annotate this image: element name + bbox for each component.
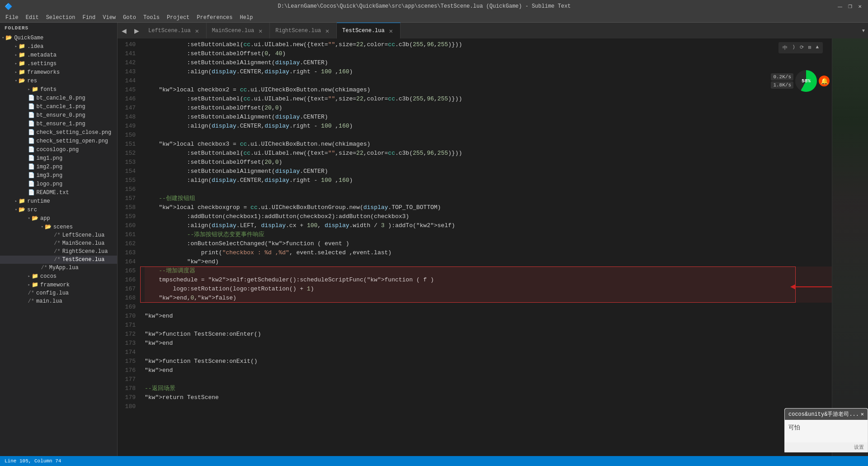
sidebar-item-img2_png[interactable]: 📄img2.png [0, 162, 117, 171]
menu-item-help[interactable]: Help [236, 14, 257, 22]
sidebar-item-readme_txt[interactable]: 📄README.txt [0, 188, 117, 197]
sidebar-item-src[interactable]: ▾📂src [0, 205, 117, 214]
line-number-177: 177 [118, 375, 136, 384]
line-number-171: 171 [118, 321, 136, 330]
code-content[interactable]: :setButtonLabel(cc.ui.UILabel.new({text=… [140, 38, 832, 456]
tab-LeftScene_lua[interactable]: LeftScene.lua✕ [143, 23, 207, 38]
code-line-168: "kw">end,0,"kw">false) [145, 294, 832, 303]
sidebar-item-bt_ensure_0_png[interactable]: 📄bt_ensure_0.png [0, 111, 117, 119]
menu-item-selection[interactable]: Selection [42, 14, 79, 22]
sidebar-item-bt_ensure_1_png[interactable]: 📄bt_ensure_1.png [0, 119, 117, 128]
chat-header: cocos&unity&手游老司... ✕ [785, 409, 868, 420]
download-speed: 0.2K/s [771, 73, 793, 81]
line-number-142: 142 [118, 58, 136, 67]
sidebar-item-config_lua[interactable]: /*config.lua [0, 289, 117, 297]
sidebar-item-testscene_lua[interactable]: /*TestScene.lua [0, 256, 117, 264]
sidebar-item-check_setting_close_png[interactable]: 📄check_setting_close.png [0, 128, 117, 137]
sidebar-item-img3_png[interactable]: 📄img3.png [0, 171, 117, 180]
close-button[interactable]: ✕ [856, 3, 863, 10]
line-number-141: 141 [118, 49, 136, 58]
sidebar-item-myapp_lua[interactable]: /*MyApp.lua [0, 264, 117, 272]
sidebar-item-leftscene_lua[interactable]: /*LeftScene.lua [0, 231, 117, 239]
line-number-145: 145 [118, 86, 136, 95]
sidebar-item-framework[interactable]: ▸📁framework [0, 281, 117, 289]
window-title: D:\LearnGame\Cocos\Quick\QuickGame\src\a… [12, 3, 836, 10]
sidebar-item-fonts[interactable]: ▸📁fonts [0, 85, 117, 94]
menu-item-project[interactable]: Project [163, 14, 193, 22]
menu-item-file[interactable]: File [2, 14, 22, 22]
sidebar-item-_idea[interactable]: ▸📁.idea [0, 42, 117, 51]
tab-RightScene_lua[interactable]: RightScene.lua✕ [270, 23, 337, 38]
main-layout: FOLDERS ▾📂QuickGame ▸📁.idea ▸📁.metadata … [0, 23, 868, 456]
code-line-157: --创建按钮组 [145, 194, 832, 203]
minimize-button[interactable]: — [836, 3, 844, 10]
toolbar-paren[interactable]: ) [791, 43, 797, 52]
chat-title: cocos&unity&手游老司... [788, 410, 859, 418]
sidebar-item-res[interactable]: ▾📂res [0, 76, 117, 85]
sidebar-item-check_setting_open_png[interactable]: 📄check_setting_open.png [0, 137, 117, 145]
line-number-169: 169 [118, 303, 136, 312]
chat-settings[interactable]: 设置 [854, 445, 864, 450]
sidebar-item-logo_png[interactable]: 📄logo.png [0, 180, 117, 188]
tab-dropdown[interactable]: ▼ [859, 23, 868, 38]
sidebar-item-quickgame[interactable]: ▾📂QuickGame [0, 33, 117, 42]
sidebar-item-runtime[interactable]: ▸📁runtime [0, 197, 117, 205]
toolbar-grid[interactable]: ⊞ [807, 43, 813, 52]
sidebar-item-app[interactable]: ▾📂app [0, 214, 117, 223]
line-number-157: 157 [118, 194, 136, 203]
sidebar-item-rightscene_lua[interactable]: /*RightScene.lua [0, 247, 117, 256]
upload-speed: 1.8K/s [771, 81, 793, 89]
tab-nav-left[interactable]: ◀ [118, 23, 130, 38]
tab-nav-right[interactable]: ▶ [130, 23, 143, 38]
sidebar-item-_metadata[interactable]: ▸📁.metadata [0, 51, 117, 59]
app-icon: 🔷 [5, 3, 12, 10]
sidebar-item-bt_cancle_1_png[interactable]: 📄bt_cancle_1.png [0, 102, 117, 111]
code-line-175: "kw">function TestScene:onExit() [145, 357, 832, 366]
menu-item-goto[interactable]: Goto [119, 14, 140, 22]
line-number-159: 159 [118, 212, 136, 221]
line-number-175: 175 [118, 357, 136, 366]
tab-MainScene_lua[interactable]: MainScene.lua✕ [207, 23, 270, 38]
chat-footer: 设置 [785, 442, 868, 452]
code-line-153: :setButtonLabelOffset(20,0) [145, 158, 832, 167]
line-number-176: 176 [118, 366, 136, 375]
code-line-160: :align(display.LEFT, display.cx + 100, d… [145, 221, 832, 230]
menu-item-find[interactable]: Find [79, 14, 99, 22]
sidebar-item-cocos[interactable]: ▸📁cocos [0, 272, 117, 281]
line-number-168: 168 [118, 294, 136, 303]
toolbar-chinese[interactable]: 中 [781, 43, 789, 52]
menu-item-view[interactable]: View [99, 14, 119, 22]
status-position: Line 105, Column 74 [5, 458, 61, 464]
line-number-167: 167 [118, 285, 136, 294]
sidebar-item-scenes[interactable]: ▾📂scenes [0, 223, 117, 231]
menu-item-preferences[interactable]: Preferences [193, 14, 236, 22]
code-line-173: "kw">end [145, 339, 832, 348]
chat-body: 可怕 [785, 420, 868, 442]
menu-item-edit[interactable]: Edit [22, 14, 42, 22]
code-line-147: :setButtonLabelOffset(20,0) [145, 104, 832, 113]
maximize-button[interactable]: ❐ [846, 3, 854, 10]
sidebar-item-_settings[interactable]: ▸📁.settings [0, 59, 117, 68]
toolbar-refresh[interactable]: ⟳ [798, 43, 805, 52]
tab-TestScene_lua[interactable]: TestScene.lua✕ [337, 23, 401, 38]
code-line-158: "kw">local checkboxgrop = cc.ui.UICheckB… [145, 203, 832, 212]
line-number-143: 143 [118, 67, 136, 76]
sidebar-item-bt_cancle_0_png[interactable]: 📄bt_cancle_0.png [0, 94, 117, 102]
code-line-164: "kw">end) [145, 257, 832, 266]
code-line-171 [145, 321, 832, 330]
line-number-155: 155 [118, 176, 136, 185]
sidebar-item-img1_png[interactable]: 📄img1.png [0, 154, 117, 162]
code-line-144 [145, 76, 832, 86]
sidebar-item-mainscene_lua[interactable]: /*MainScene.lua [0, 239, 117, 247]
sidebar-item-cocoslogo_png[interactable]: 📄cocoslogo.png [0, 145, 117, 154]
tabs-list: LeftScene.lua✕MainScene.lua✕RightScene.l… [143, 23, 859, 38]
line-number-160: 160 [118, 221, 136, 230]
code-line-146: :setButtonLabel(cc.ui.UILabel.new({text=… [145, 95, 832, 104]
sidebar-item-frameworks[interactable]: ▸📁frameworks [0, 68, 117, 76]
sidebar-item-main_lua[interactable]: /*main.lua [0, 297, 117, 305]
toolbar-triangle[interactable]: ▲ [814, 43, 820, 52]
menu-item-tools[interactable]: Tools [140, 14, 163, 22]
cpu-circle: 58% [795, 70, 817, 92]
chat-close-icon[interactable]: ✕ [861, 411, 864, 418]
network-indicator: 0.2K/s 1.8K/s 58% 🔔 [771, 70, 830, 92]
